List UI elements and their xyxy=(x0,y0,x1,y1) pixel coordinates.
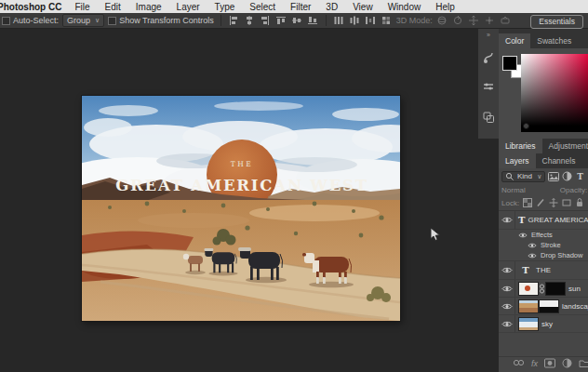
visibility-eye-icon[interactable] xyxy=(499,261,515,279)
menu-filter[interactable]: Filter xyxy=(283,2,318,12)
align-horizontal-centers-icon[interactable] xyxy=(244,15,256,27)
align-vertical-centers-icon[interactable] xyxy=(291,15,303,27)
align-left-edges-icon[interactable] xyxy=(228,15,240,27)
auto-select-label: Auto-Select: xyxy=(13,16,59,25)
align-bottom-edges-icon[interactable] xyxy=(307,15,319,27)
layer-row-great-american-west[interactable]: T GREAT AMERICAN WEST xyxy=(499,211,588,230)
layer-thumbnail-sky[interactable] xyxy=(518,317,539,331)
3d-roll-icon[interactable] xyxy=(452,15,464,27)
filter-pixel-layers-icon[interactable] xyxy=(548,172,559,181)
workspace-switcher-button[interactable]: Essentials xyxy=(530,15,583,29)
layer-style-fx-icon[interactable]: fx xyxy=(531,359,538,368)
lock-label: Lock: xyxy=(501,199,519,207)
layer-name[interactable]: sky xyxy=(541,320,553,328)
opacity-label[interactable]: Opacity: xyxy=(560,186,587,194)
layer-effect-stroke[interactable]: Stroke xyxy=(499,240,588,250)
align-top-edges-icon[interactable] xyxy=(275,15,287,27)
app-menu[interactable]: Photoshop CC xyxy=(0,2,67,12)
brushes-panel-icon[interactable] xyxy=(482,51,495,68)
layer-name[interactable]: landscape xyxy=(562,302,588,311)
layer-row-sky[interactable]: sky xyxy=(499,315,588,333)
3d-rotate-icon[interactable] xyxy=(436,15,448,27)
filter-type-layers-icon[interactable]: T xyxy=(575,172,585,181)
layer-row-the[interactable]: T THE xyxy=(499,261,588,280)
3d-mode-label: 3D Mode: xyxy=(396,16,433,25)
add-layer-mask-icon[interactable] xyxy=(544,358,555,370)
tab-adjustments[interactable]: Adjustments xyxy=(542,139,588,153)
layer-name[interactable]: GREAT AMERICAN WEST xyxy=(528,216,588,224)
visibility-eye-icon[interactable] xyxy=(528,242,537,249)
layer-row-sun[interactable]: sun xyxy=(499,280,588,298)
layer-mask-thumbnail[interactable] xyxy=(545,282,566,296)
visibility-eye-icon[interactable] xyxy=(499,280,515,297)
distribute-centers-icon[interactable] xyxy=(349,15,361,27)
menu-edit[interactable]: Edit xyxy=(98,2,128,12)
checkbox-box[interactable] xyxy=(108,17,116,25)
saturation-brightness-picker[interactable] xyxy=(521,54,588,132)
canvas-subtitle-text[interactable]: THE xyxy=(231,160,254,168)
align-right-edges-icon[interactable] xyxy=(260,15,272,27)
tab-color[interactable]: Color xyxy=(499,33,530,48)
auto-select-target-dropdown[interactable]: Group ∨ xyxy=(62,14,104,27)
menu-layer[interactable]: Layer xyxy=(169,2,207,12)
layer-thumbnail-sun[interactable] xyxy=(518,282,539,296)
layer-filter-row: Kind ∨ T xyxy=(499,168,588,184)
layer-row-landscape[interactable]: landscape xyxy=(499,298,588,315)
distribute-left-edges-icon[interactable] xyxy=(333,15,345,27)
tab-libraries[interactable]: Libraries xyxy=(499,139,542,153)
3d-scale-icon[interactable] xyxy=(500,15,512,27)
distribute-spacing-icon[interactable] xyxy=(365,15,377,27)
lock-artboard-icon[interactable] xyxy=(562,198,571,209)
menu-3d[interactable]: 3D xyxy=(318,2,345,12)
layer-thumbnail-landscape[interactable] xyxy=(518,299,539,313)
blend-mode-value[interactable]: Normal xyxy=(501,186,526,194)
tab-layers[interactable]: Layers xyxy=(499,153,536,168)
show-transform-checkbox[interactable]: Show Transform Controls xyxy=(108,16,214,25)
menu-view[interactable]: View xyxy=(345,2,381,12)
auto-select-checkbox[interactable]: Auto-Select: xyxy=(2,16,59,25)
tab-paths[interactable]: Paths xyxy=(581,153,588,168)
3d-drag-icon[interactable] xyxy=(468,15,480,27)
menu-type[interactable]: Type xyxy=(207,2,243,12)
layer-effect-drop-shadow[interactable]: Drop Shadow xyxy=(499,250,588,261)
menu-image[interactable]: Image xyxy=(128,2,169,12)
layer-effects-header[interactable]: Effects xyxy=(499,230,588,240)
new-adjustment-layer-icon[interactable] xyxy=(562,358,572,370)
document-canvas[interactable]: THE GREAT AMERICAN WEST xyxy=(82,96,400,321)
color-panel-tabs: Color Swatches xyxy=(499,33,588,48)
arrange-panel-icon[interactable] xyxy=(482,111,495,127)
color-panel-body xyxy=(499,48,588,124)
tool-options-bar: Auto-Select: Group ∨ Show Transform Cont… xyxy=(0,13,588,29)
visibility-eye-icon[interactable] xyxy=(499,298,515,314)
new-group-icon[interactable] xyxy=(579,358,588,369)
menu-help[interactable]: Help xyxy=(428,2,462,12)
filter-kind-dropdown[interactable]: Kind ∨ xyxy=(501,171,545,182)
color-picker-cursor[interactable] xyxy=(523,123,529,129)
filter-adjustment-layers-icon[interactable] xyxy=(562,171,572,181)
auto-align-icon[interactable] xyxy=(381,15,393,27)
visibility-eye-icon[interactable] xyxy=(518,232,528,239)
layer-name[interactable]: sun xyxy=(568,285,581,293)
tab-swatches[interactable]: Swatches xyxy=(530,33,578,48)
lock-position-icon[interactable] xyxy=(549,198,558,209)
lock-paint-icon[interactable] xyxy=(536,198,545,209)
menu-select[interactable]: Select xyxy=(242,2,283,12)
canvas-title-text[interactable]: GREAT AMERICAN WEST xyxy=(115,177,368,194)
menu-window[interactable]: Window xyxy=(381,2,429,12)
3d-slide-icon[interactable] xyxy=(484,15,496,27)
visibility-eye-icon[interactable] xyxy=(499,211,515,229)
layer-name[interactable]: THE xyxy=(536,266,551,274)
lock-transparency-icon[interactable] xyxy=(523,198,532,209)
properties-panel-icon[interactable] xyxy=(482,81,495,98)
tab-channels[interactable]: Channels xyxy=(536,153,582,168)
link-layers-icon[interactable] xyxy=(513,359,525,368)
lock-all-icon[interactable] xyxy=(575,197,584,209)
menu-file[interactable]: File xyxy=(67,2,97,12)
mask-link-icon[interactable] xyxy=(539,284,545,294)
visibility-eye-icon[interactable] xyxy=(528,252,537,259)
layer-mask-thumbnail[interactable] xyxy=(539,299,559,313)
foreground-color-swatch[interactable] xyxy=(502,56,517,71)
checkbox-box[interactable] xyxy=(2,17,10,25)
expand-panels-icon[interactable]: » xyxy=(487,33,490,38)
visibility-eye-icon[interactable] xyxy=(499,315,515,332)
